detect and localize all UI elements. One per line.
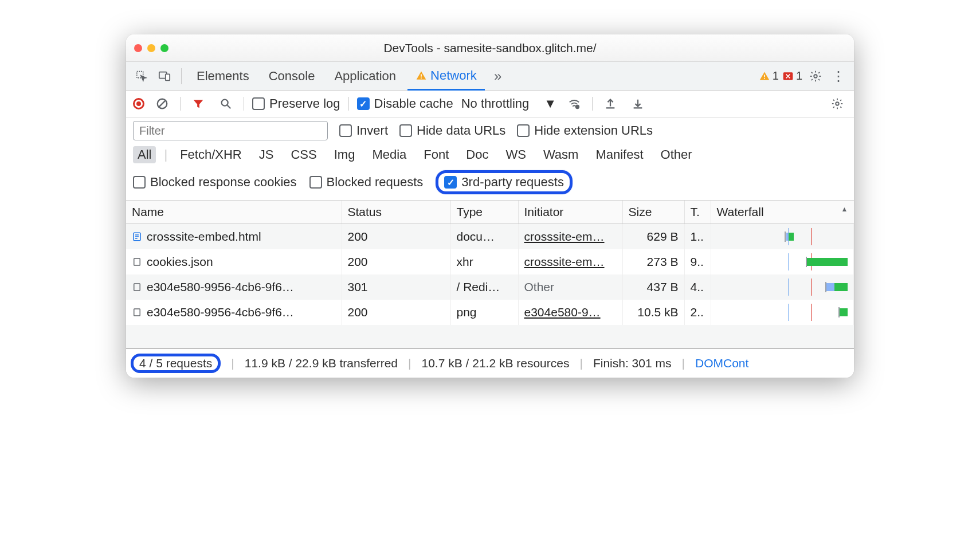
type-cell: docu… xyxy=(450,224,518,250)
clear-icon[interactable] xyxy=(152,94,172,113)
divider xyxy=(181,68,182,84)
type-cell: / Redi… xyxy=(450,274,518,300)
size-cell: 273 B xyxy=(622,249,684,274)
initiator-cell[interactable]: crosssite-em… xyxy=(518,224,622,250)
import-har-icon[interactable] xyxy=(628,94,648,113)
time-cell: 9.. xyxy=(684,249,711,274)
table-row[interactable]: cookies.json200xhrcrosssite-em…273 B9.. xyxy=(126,249,854,274)
finish-time: Finish: 301 ms xyxy=(593,356,672,370)
table-row[interactable]: e304e580-9956-4cb6-9f6…301/ Redi…Other43… xyxy=(126,274,854,300)
tab-network[interactable]: Network xyxy=(407,62,485,91)
svg-rect-19 xyxy=(134,258,140,265)
col-size[interactable]: Size xyxy=(622,201,684,224)
invert-checkbox[interactable]: Invert xyxy=(339,123,388,138)
filter-bar: Invert Hide data URLs Hide extension URL… xyxy=(126,117,854,144)
chip-manifest[interactable]: Manifest xyxy=(591,146,648,163)
divider xyxy=(180,97,181,111)
tab-elements[interactable]: Elements xyxy=(189,63,257,89)
chip-img[interactable]: Img xyxy=(330,146,360,163)
third-party-highlight: 3rd-party requests xyxy=(436,170,573,194)
filter-input[interactable] xyxy=(133,121,328,140)
search-icon[interactable] xyxy=(216,94,236,113)
throttling-select[interactable]: No throttling ▼ xyxy=(461,96,556,111)
more-tabs-icon[interactable]: » xyxy=(488,66,508,86)
svg-line-10 xyxy=(159,100,166,108)
chip-css[interactable]: CSS xyxy=(286,146,321,163)
window-title: DevTools - samesite-sandbox.glitch.me/ xyxy=(126,41,854,55)
error-count[interactable]: 1 xyxy=(782,69,802,83)
chip-media[interactable]: Media xyxy=(367,146,411,163)
warning-count[interactable]: 1 xyxy=(759,69,779,83)
chip-ws[interactable]: WS xyxy=(501,146,530,163)
chip-fetch[interactable]: Fetch/XHR xyxy=(175,146,246,163)
status-cell: 200 xyxy=(342,224,450,250)
hide-ext-urls-checkbox[interactable]: Hide extension URLs xyxy=(517,123,653,138)
divider xyxy=(592,97,593,111)
size-cell: 10.5 kB xyxy=(622,300,684,325)
svg-point-8 xyxy=(814,74,817,78)
hide-data-urls-checkbox[interactable]: Hide data URLs xyxy=(399,123,505,138)
col-name[interactable]: Name xyxy=(126,201,342,224)
inspect-icon[interactable] xyxy=(132,66,151,86)
network-conditions-icon[interactable] xyxy=(565,94,584,113)
preserve-log-checkbox[interactable]: Preserve log xyxy=(252,96,340,111)
tab-console[interactable]: Console xyxy=(261,63,323,89)
chip-other[interactable]: Other xyxy=(656,146,697,163)
blocked-cookies-checkbox[interactable]: Blocked response cookies xyxy=(133,175,297,190)
col-time[interactable]: T. xyxy=(684,201,711,224)
chip-all[interactable]: All xyxy=(133,146,156,163)
divider xyxy=(348,97,349,111)
record-button[interactable] xyxy=(133,98,144,109)
chip-wasm[interactable]: Wasm xyxy=(539,146,583,163)
size-cell: 437 B xyxy=(622,274,684,300)
table-row[interactable]: crosssite-embed.html200docu…crosssite-em… xyxy=(126,224,854,250)
col-status[interactable]: Status xyxy=(342,201,450,224)
status-bar: 4 / 5 requests | 11.9 kB / 22.9 kB trans… xyxy=(126,348,854,378)
time-cell: 4.. xyxy=(684,274,711,300)
resources-size: 10.7 kB / 21.2 kB resources xyxy=(422,356,570,370)
waterfall-cell xyxy=(711,224,854,250)
time-cell: 2.. xyxy=(684,300,711,325)
col-waterfall[interactable]: Waterfall xyxy=(711,201,854,224)
file-icon xyxy=(132,257,142,267)
svg-line-12 xyxy=(228,105,231,109)
chip-js[interactable]: JS xyxy=(254,146,279,163)
initiator-cell[interactable]: e304e580-9… xyxy=(518,300,622,325)
disable-cache-checkbox[interactable]: Disable cache xyxy=(357,96,453,111)
waterfall-cell xyxy=(711,249,854,274)
status-cell: 301 xyxy=(342,274,450,300)
svg-rect-4 xyxy=(421,77,422,79)
devtools-window: DevTools - samesite-sandbox.glitch.me/ E… xyxy=(126,34,854,378)
network-toolbar: Preserve log Disable cache No throttling… xyxy=(126,91,854,117)
col-type[interactable]: Type xyxy=(450,201,518,224)
third-party-checkbox[interactable]: 3rd-party requests xyxy=(444,175,564,190)
error-icon xyxy=(782,70,794,82)
request-name: crosssite-embed.html xyxy=(147,230,261,244)
blocked-requests-checkbox[interactable]: Blocked requests xyxy=(309,175,424,190)
table-header-row: Name Status Type Initiator Size T. Water… xyxy=(126,201,854,224)
settings-icon[interactable] xyxy=(806,66,825,86)
table-row[interactable]: e304e580-9956-4cb6-9f6…200pnge304e580-9…… xyxy=(126,300,854,325)
initiator-cell[interactable]: crosssite-em… xyxy=(518,249,622,274)
kebab-menu-icon[interactable]: ⋮ xyxy=(829,66,848,86)
tab-application[interactable]: Application xyxy=(326,63,404,89)
warning-icon xyxy=(415,70,427,81)
svg-rect-6 xyxy=(764,78,765,79)
network-settings-icon[interactable] xyxy=(828,94,847,113)
request-name: e304e580-9956-4cb6-9f6… xyxy=(147,280,294,294)
divider xyxy=(244,97,244,111)
waterfall-cell xyxy=(711,300,854,325)
filter-icon[interactable] xyxy=(189,94,208,113)
device-toggle-icon[interactable] xyxy=(155,66,174,86)
initiator-cell[interactable]: Other xyxy=(518,274,622,300)
panel-tabs: Elements Console Application Network » 1… xyxy=(126,62,854,91)
col-initiator[interactable]: Initiator xyxy=(518,201,622,224)
status-cell: 200 xyxy=(342,300,450,325)
file-icon xyxy=(132,307,142,317)
domcontent-link[interactable]: DOMCont xyxy=(695,356,748,370)
chip-doc[interactable]: Doc xyxy=(461,146,493,163)
svg-rect-20 xyxy=(134,284,140,291)
chip-font[interactable]: Font xyxy=(419,146,453,163)
export-har-icon[interactable] xyxy=(601,94,620,113)
svg-point-14 xyxy=(836,102,839,105)
